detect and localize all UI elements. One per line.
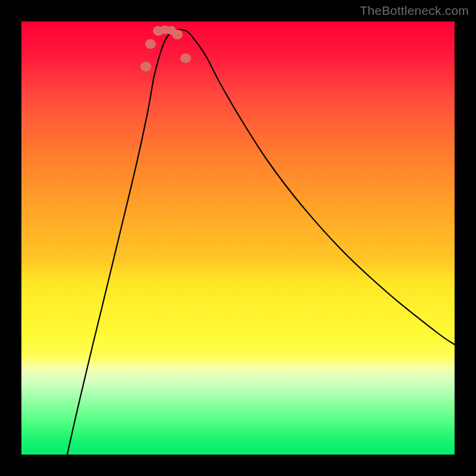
curve-nodule xyxy=(145,39,156,49)
watermark-text: TheBottleneck.com xyxy=(360,4,469,18)
chart-plot-area xyxy=(21,21,455,455)
curve-nodule xyxy=(140,62,151,72)
curve-nodules xyxy=(21,21,455,455)
curve-nodule xyxy=(172,30,183,40)
chart-frame: TheBottleneck.com xyxy=(0,0,476,476)
curve-nodule xyxy=(180,54,191,64)
